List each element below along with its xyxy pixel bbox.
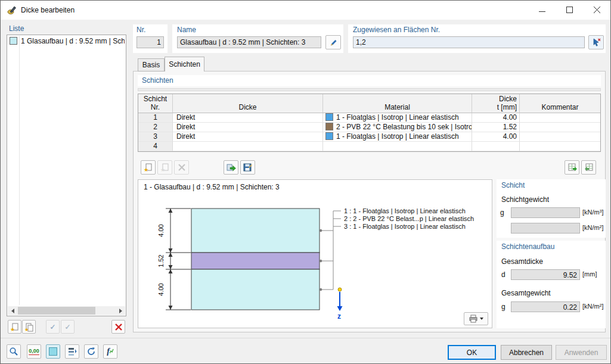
select-surfaces-button[interactable] xyxy=(588,35,604,49)
color-swatch-icon xyxy=(49,347,57,356)
list-indent-guide xyxy=(19,36,20,305)
refresh-button[interactable] xyxy=(84,344,98,359)
total-thickness-field: 9.52 xyxy=(511,269,580,280)
tab-schichten[interactable]: Schichten xyxy=(165,57,204,71)
row-dicke[interactable]: Direkt xyxy=(173,123,323,132)
row-dicke[interactable] xyxy=(173,142,323,151)
delete-thickness-button[interactable] xyxy=(111,320,125,334)
svg-text:★: ★ xyxy=(160,167,165,172)
material-text: 1 - Floatglas | Isotrop | Linear elastis… xyxy=(336,132,459,141)
schichtenaufbau-group xyxy=(497,241,606,328)
gesamtgewicht-label: Gesamtgewicht xyxy=(501,289,551,297)
print-preview-button[interactable] xyxy=(464,312,488,325)
export-grid-icon xyxy=(567,163,577,172)
scroll-right-button[interactable] xyxy=(116,306,125,315)
close-button[interactable] xyxy=(583,1,610,19)
list-item-label: 1 Glasaufbau | d : 9.52 mm | Schich xyxy=(21,37,125,45)
layer-3-glass xyxy=(191,269,320,310)
x-icon xyxy=(178,164,185,171)
row-nr: 1 xyxy=(138,113,173,123)
list-hscrollbar[interactable] xyxy=(8,306,125,315)
ok-button-label: OK xyxy=(467,349,477,357)
tab-basis[interactable]: Basis xyxy=(138,58,165,71)
dim-label-bottom: 4.00 xyxy=(157,283,165,295)
tab-basis-label: Basis xyxy=(142,61,160,69)
layers-table[interactable]: Schicht Nr. Dicke Material Dicke t [mm] … xyxy=(138,94,601,152)
section-preview: 1 - Glasaufbau | d : 9.52 mm | Schichten… xyxy=(138,179,492,328)
ok-button[interactable]: OK xyxy=(448,345,496,360)
row-dicke[interactable]: Direkt xyxy=(173,113,323,123)
row-thickness[interactable]: 4.00 xyxy=(472,132,520,142)
cancel-button[interactable]: Abbrechen xyxy=(501,345,552,360)
legend-line-1: 1 : 1 - Floatglas | Isotrop | Linear ela… xyxy=(344,207,466,214)
unit-kn-m3: [kN/m³] xyxy=(582,209,603,216)
dropdown-arrow-icon xyxy=(480,318,483,320)
header-dicke-t1: Dicke xyxy=(499,95,517,103)
check-up-icon: ✓ xyxy=(64,323,70,331)
layer-order-button[interactable] xyxy=(65,344,79,359)
z-axis-label: z xyxy=(337,312,341,321)
row-thickness[interactable] xyxy=(472,142,520,151)
header-kommentar: Kommentar xyxy=(541,103,578,111)
assigned-label: Zugewiesen an Flächen Nr. xyxy=(353,26,440,34)
excel-export-button[interactable] xyxy=(565,160,579,175)
dim-label-top: 4.00 xyxy=(157,224,165,237)
table-row[interactable]: 2 Direkt 2 - PVB 22 °C Belastung bis 10 … xyxy=(138,123,600,132)
thickness-list[interactable]: 1 Glasaufbau | d : 9.52 mm | Schich xyxy=(7,35,126,316)
scroll-left-button[interactable] xyxy=(8,306,17,315)
table-top-scrollbar[interactable] xyxy=(138,88,601,91)
formula-button[interactable]: f xyxy=(103,344,117,359)
decimal-places-button[interactable]: 0,00 xyxy=(27,344,41,359)
row-kommentar[interactable] xyxy=(520,113,600,123)
rename-button[interactable] xyxy=(325,35,341,49)
decimals-icon: 0,00 xyxy=(29,348,39,355)
add-layer-button[interactable]: ★ xyxy=(141,160,156,175)
import-grid-icon xyxy=(584,163,594,172)
maximize-button[interactable] xyxy=(556,1,583,19)
scroll-thumb[interactable] xyxy=(18,307,95,315)
material-text: 2 - PVB 22 °C Belastung bis 10 sek | Iso… xyxy=(336,123,472,131)
titlebar[interactable]: Dicke bearbeiten xyxy=(1,1,610,20)
display-colors-button[interactable] xyxy=(46,344,60,359)
material-swatch xyxy=(325,132,333,140)
refresh-icon xyxy=(86,347,96,356)
header-material: Material xyxy=(384,103,410,111)
apply-button-label: Anwenden xyxy=(565,349,598,357)
svg-text:★: ★ xyxy=(10,326,15,332)
save-layers-button[interactable] xyxy=(240,160,255,175)
cancel-button-label: Abbrechen xyxy=(509,349,544,357)
sheet-icon: ★ xyxy=(160,163,170,172)
assigned-surfaces-field[interactable]: 1,2 xyxy=(353,36,585,48)
row-material[interactable] xyxy=(323,142,472,151)
header-dicke-t2: t [mm] xyxy=(497,103,517,111)
row-kommentar[interactable] xyxy=(520,132,600,142)
row-material[interactable]: 1 - Floatglas | Isotrop | Linear elastis… xyxy=(323,132,472,142)
material-swatch xyxy=(325,113,333,121)
scroll-left-icon xyxy=(11,309,14,313)
new-thickness-button[interactable]: ★ xyxy=(8,320,21,334)
row-kommentar[interactable] xyxy=(520,142,600,151)
window-title: Dicke bearbeiten xyxy=(21,6,75,14)
minimize-button[interactable] xyxy=(528,1,556,19)
material-library-button[interactable] xyxy=(224,160,238,175)
apply-button: Anwenden xyxy=(556,345,607,360)
row-dicke[interactable]: Direkt xyxy=(173,132,323,142)
table-row[interactable]: 4 xyxy=(138,142,600,151)
table-row[interactable]: 3 Direkt 1 - Floatglas | Isotrop | Linea… xyxy=(138,132,600,142)
row-kommentar[interactable] xyxy=(520,123,600,132)
g-total-label: g xyxy=(501,303,505,311)
legend-line-2: 2 : 2 - PVB 22 °C Belast...p | Linear el… xyxy=(344,215,474,222)
schichten-section-band: Schichten xyxy=(138,75,601,86)
table-row[interactable]: 1 Direkt 1 - Floatglas | Isotrop | Linea… xyxy=(138,113,600,123)
excel-import-button[interactable] xyxy=(581,160,596,175)
find-button[interactable] xyxy=(7,344,21,359)
list-item[interactable]: 1 Glasaufbau | d : 9.52 mm | Schich xyxy=(8,36,125,46)
row-thickness[interactable]: 4.00 xyxy=(472,113,520,123)
floppy-pencil-icon xyxy=(243,163,252,172)
row-thickness[interactable]: 1.52 xyxy=(472,123,520,132)
row-material[interactable]: 1 - Floatglas | Isotrop | Linear elastis… xyxy=(323,113,472,123)
nr-label: Nr. xyxy=(137,26,145,34)
printer-icon xyxy=(469,315,478,323)
copy-thickness-button[interactable]: ★ xyxy=(22,320,36,334)
row-material[interactable]: 2 - PVB 22 °C Belastung bis 10 sek | Iso… xyxy=(323,123,472,132)
